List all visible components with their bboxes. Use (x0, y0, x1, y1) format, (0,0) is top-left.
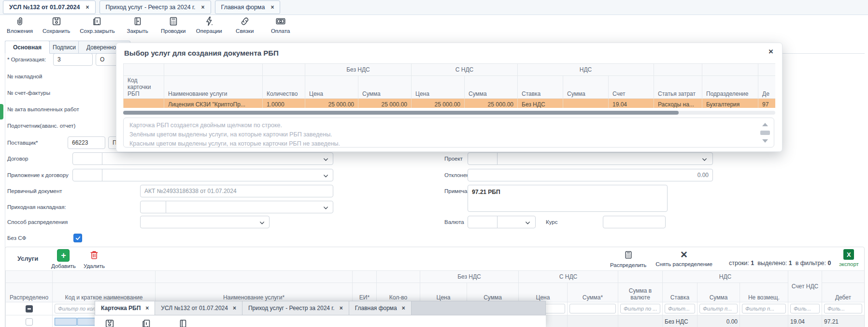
save-close-icon[interactable] (141, 318, 152, 327)
column-header[interactable]: Не возмещ. (740, 283, 788, 302)
cell-debit[interactable]: 97 (758, 99, 776, 108)
window-tab-usl132[interactable]: УСЛ №132 от 01.07.2024 × (3, 0, 96, 14)
scroll-down-icon[interactable] (762, 139, 768, 143)
no-sf-checkbox[interactable] (73, 234, 82, 242)
column-header[interactable]: Цена (305, 76, 358, 99)
excel-export-button[interactable]: X экспорт (839, 249, 859, 267)
links-button[interactable]: Связки (232, 16, 258, 40)
column-header[interactable]: Сумма (697, 283, 740, 302)
cell-price-bez-nds[interactable]: 25 000.00 (305, 99, 358, 108)
row-checkbox[interactable] (26, 318, 33, 326)
contract-code-field[interactable] (72, 152, 102, 165)
window-tab-glavnaya-forma[interactable]: Главная форма × (215, 0, 281, 14)
column-header[interactable]: Де (758, 76, 776, 99)
chevron-down-icon[interactable] (323, 172, 329, 179)
chevron-down-icon[interactable] (701, 156, 708, 163)
chevron-down-icon[interactable] (323, 156, 329, 163)
payment-button[interactable]: Оплата (268, 16, 294, 40)
primary-doc-field[interactable]: АКТ №24933186338 от 01.07.2024 (140, 185, 333, 197)
close-icon[interactable]: × (233, 305, 236, 312)
annex-code-field[interactable] (72, 169, 102, 181)
close-door-icon[interactable] (178, 318, 188, 327)
cell-sum-bez-nds[interactable]: 25 000.00 (358, 99, 412, 108)
column-header[interactable]: Код карточки РБП (124, 76, 164, 99)
close-icon[interactable]: × (201, 4, 205, 11)
undistribute-button[interactable]: ✕ Снять распределение (653, 250, 715, 267)
column-header[interactable]: Сумма* (568, 283, 618, 302)
cell-service-name[interactable]: Лицензия СКЗИ "КриптоПр... (164, 99, 263, 108)
contract-name-field[interactable] (102, 152, 333, 165)
chevron-down-icon[interactable] (259, 219, 266, 226)
cell-rate[interactable]: Без НДС (663, 315, 697, 327)
tab-osnovnaya[interactable]: Основная (5, 41, 50, 54)
cell-vat-account[interactable]: 19.04 (788, 315, 822, 327)
save-close-button[interactable]: Сохр.закрыть (80, 16, 115, 40)
distribute-button[interactable]: Распределить (610, 250, 646, 268)
horizontal-scrollbar[interactable] (123, 111, 775, 115)
column-header[interactable]: Сумма в валюте (618, 283, 663, 302)
tab-prihod-uslug[interactable]: Приход услуг - Реестр за 2024 г. × (242, 301, 349, 315)
selected-cell[interactable] (55, 318, 77, 326)
column-header[interactable]: Код и краткое наименование (53, 283, 156, 302)
project-code-field[interactable] (468, 152, 498, 165)
chevron-down-icon[interactable] (525, 219, 531, 226)
close-icon[interactable]: × (270, 4, 274, 11)
add-row-button[interactable]: + Добавить (51, 249, 76, 269)
operations-button[interactable]: Операции (196, 16, 222, 40)
close-button[interactable]: Закрыть (125, 16, 151, 40)
column-header[interactable]: Счет (609, 76, 654, 99)
scrollbar-thumb[interactable] (123, 111, 679, 115)
filter-input-sum-vat[interactable] (569, 304, 616, 313)
column-header[interactable]: Наименование услуги (164, 76, 263, 99)
column-header[interactable]: Цена (519, 283, 568, 302)
column-header[interactable]: Сумма (467, 283, 519, 302)
column-header[interactable]: ЕИ* (353, 283, 377, 302)
save-icon[interactable] (104, 318, 115, 327)
column-header[interactable]: Ставка (663, 283, 697, 302)
column-header[interactable]: Количество (263, 76, 305, 99)
column-header[interactable]: Сумма (358, 76, 412, 99)
selected-service-row[interactable]: Лицензия СКЗИ "КриптоПр... 1.0000 25 000… (124, 99, 776, 108)
incoming-name-field[interactable] (166, 201, 333, 213)
filter-input-rate[interactable] (665, 304, 695, 313)
column-header[interactable]: Ставка (518, 76, 563, 99)
deviation-field[interactable]: 0.00 (468, 169, 713, 181)
column-header-schet-nds[interactable]: Счет НДС (788, 271, 822, 302)
dialog-close-icon[interactable]: × (768, 47, 773, 57)
column-header[interactable]: Наименование услуги* (156, 283, 353, 302)
tab-kartochka-rbp[interactable]: Карточка РБП × (95, 301, 155, 315)
column-header[interactable]: Дебет (822, 283, 864, 302)
column-header[interactable]: Сумма (465, 76, 518, 99)
scrollbar-thumb[interactable] (760, 131, 770, 135)
rate-field[interactable] (603, 216, 666, 228)
cell-card-code[interactable] (124, 99, 164, 108)
column-header[interactable]: Цена (420, 283, 467, 302)
currency-code-field[interactable] (468, 216, 498, 228)
filter-input-non-refund[interactable] (742, 304, 786, 313)
cell-rate[interactable]: Без НДС (518, 99, 563, 108)
filter-input-vat-account[interactable] (790, 304, 820, 313)
filter-select-icon[interactable] (26, 305, 33, 312)
cell-quantity[interactable]: 1.0000 (263, 99, 305, 108)
close-icon[interactable]: × (402, 305, 405, 312)
org-code-field[interactable] (53, 53, 93, 66)
column-header[interactable]: Статья затрат (654, 76, 702, 99)
annex-name-field[interactable] (102, 169, 333, 181)
attachments-button[interactable]: Вложения (7, 16, 33, 40)
cell-debit[interactable]: 97.21 (822, 315, 864, 327)
note-field[interactable]: 97.21 РБП (468, 185, 668, 212)
scroll-up-icon[interactable] (762, 123, 768, 126)
close-icon[interactable]: × (145, 305, 149, 312)
cell-vat-account[interactable]: 19.04 (609, 99, 654, 108)
column-header[interactable]: Распределено (6, 283, 53, 302)
column-header[interactable]: Сумма (563, 76, 609, 99)
column-header[interactable]: Подразделение (702, 76, 758, 99)
incoming-code-field[interactable] (140, 201, 166, 213)
cell-sum-s-nds[interactable]: 25 000.00 (465, 99, 518, 108)
tab-glavnaya-forma[interactable]: Главная форма × (349, 301, 412, 315)
window-tab-prihod-uslug[interactable]: Приход услуг - Реестр за 2024 г. × (100, 0, 211, 14)
delete-row-button[interactable]: Удалить (84, 249, 105, 269)
cell-cost-item[interactable]: Расходы на... (654, 99, 702, 108)
postings-button[interactable]: Проводки (160, 16, 186, 40)
filter-input-vat-sum[interactable] (699, 304, 738, 313)
